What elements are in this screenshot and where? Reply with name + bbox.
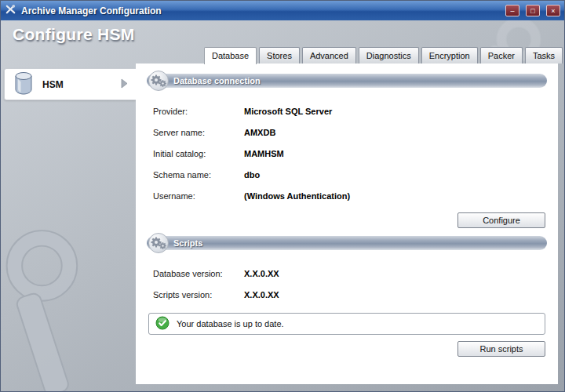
tab-encryption[interactable]: Encryption [421,47,478,64]
field-label: Provider: [153,107,244,116]
tab-diagnostics[interactable]: Diagnostics [359,47,419,64]
gears-icon [148,71,169,91]
sidebar-item-label: HSM [42,79,121,90]
tab-strip: Database Stores Advanced Diagnostics Enc… [204,47,563,64]
field-label: Server name: [153,128,244,137]
status-message-box: Your database is up to date. [148,313,545,335]
field-row: Server name: AMXDB [153,122,547,143]
tools-icon [5,3,16,18]
app-window: Archive Manager Configuration – □ × Conf… [0,0,565,392]
field-value: dbo [244,170,260,180]
section-title: Database connection [173,76,261,85]
scripts-fields: Database version: X.X.0.XX Scripts versi… [153,263,547,305]
field-label: Schema name: [153,170,244,180]
field-row: Provider: Microsoft SQL Server [153,100,547,122]
field-value: X.X.0.XX [244,290,279,299]
tab-stores[interactable]: Stores [259,47,300,64]
minimize-button[interactable]: – [505,5,519,16]
field-value: Microsoft SQL Server [244,107,332,116]
field-value: X.X.0.XX [244,269,279,278]
window-title: Archive Manager Configuration [21,5,499,16]
field-value: AMXDB [244,128,275,137]
field-row: Scripts version: X.X.0.XX [153,284,547,305]
tab-advanced[interactable]: Advanced [302,47,356,64]
tab-packer[interactable]: Packer [480,47,523,64]
chevron-right-icon [121,78,128,92]
field-row: Database version: X.X.0.XX [153,263,547,284]
tab-tasks[interactable]: Tasks [525,47,563,64]
field-value: (Windows Authentication) [244,191,350,201]
configure-button[interactable]: Configure [457,212,545,228]
sidebar-item-hsm[interactable]: HSM [4,68,136,100]
field-row: Schema name: dbo [153,164,547,185]
section-header-database-connection: Database connection [147,74,547,88]
database-connection-fields: Provider: Microsoft SQL Server Server na… [153,100,547,206]
maximize-button[interactable]: □ [526,5,540,16]
title-bar: Archive Manager Configuration – □ × [1,1,564,20]
section-header-scripts: Scripts [147,236,547,250]
section-title: Scripts [173,238,202,248]
field-label: Scripts version: [153,290,244,299]
field-label: Initial catalog: [153,149,244,158]
tab-database[interactable]: Database [204,47,257,64]
close-button[interactable]: × [546,5,560,16]
field-row: Username: (Windows Authentication) [153,185,547,206]
field-label: Username: [153,191,244,201]
status-message: Your database is up to date. [177,319,284,328]
wrench-watermark-icon [0,220,141,392]
field-value: MAMHSM [244,149,284,158]
page-title: Configure HSM [13,25,135,44]
database-icon [13,71,35,98]
field-row: Initial catalog: MAMHSM [153,143,547,164]
gears-icon [148,233,169,253]
check-circle-icon [155,316,170,332]
content-panel: Database connection Provider: Microsoft … [136,64,558,384]
run-scripts-button[interactable]: Run scripts [457,341,545,357]
field-label: Database version: [153,269,244,278]
